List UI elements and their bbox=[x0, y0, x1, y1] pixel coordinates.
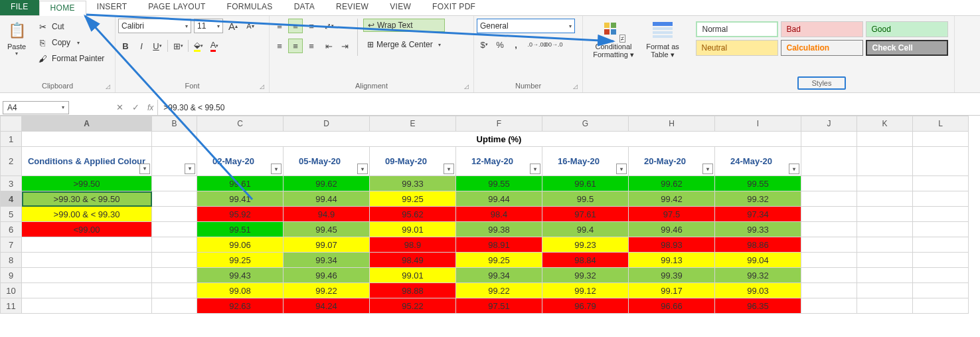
number-launcher-icon[interactable]: ◿ bbox=[572, 83, 578, 90]
filter-button[interactable]: ▾ bbox=[185, 164, 195, 174]
row-header-6[interactable]: 6 bbox=[1, 222, 22, 237]
style-neutral[interactable]: Neutral bbox=[696, 40, 778, 56]
align-right-button[interactable]: ≡ bbox=[304, 39, 319, 53]
row-header-3[interactable]: 3 bbox=[1, 176, 22, 191]
cell-D5[interactable]: 94.9 bbox=[284, 207, 370, 222]
cell-A9[interactable] bbox=[22, 268, 152, 283]
cell-I10[interactable]: 99.03 bbox=[715, 283, 801, 298]
cancel-formula-button[interactable]: ✕ bbox=[112, 102, 127, 112]
cell-L11[interactable] bbox=[913, 298, 969, 314]
cell-F6[interactable]: 99.38 bbox=[456, 222, 542, 237]
tab-page-layout[interactable]: PAGE LAYOUT bbox=[137, 0, 216, 15]
filter-button[interactable]: ▾ bbox=[357, 164, 368, 174]
col-header-B[interactable]: B bbox=[152, 116, 197, 132]
col-header-A[interactable]: A bbox=[22, 116, 152, 132]
cell-K4[interactable] bbox=[857, 191, 913, 207]
condition-3[interactable]: <99.00 bbox=[22, 222, 152, 237]
col-header-G[interactable]: G bbox=[542, 116, 629, 132]
row-header-4[interactable]: 4 bbox=[1, 191, 22, 207]
condition-1[interactable]: >99.30 & < 99.50 bbox=[22, 191, 152, 207]
cell-G7[interactable]: 99.23 bbox=[542, 237, 629, 253]
tab-home[interactable]: HOME bbox=[39, 1, 86, 16]
cell-H9[interactable]: 99.39 bbox=[629, 268, 715, 283]
accounting-button[interactable]: $▾ bbox=[477, 37, 491, 52]
filter-button[interactable]: ▾ bbox=[139, 164, 150, 174]
fill-color-button[interactable]: ⬙▾ bbox=[191, 39, 206, 53]
cell-G6[interactable]: 99.4 bbox=[542, 222, 629, 237]
cell-E6[interactable]: 99.01 bbox=[370, 222, 456, 237]
filter-button[interactable]: ▾ bbox=[789, 164, 799, 174]
cell-E3[interactable]: 99.33 bbox=[370, 176, 456, 191]
cell-F8[interactable]: 99.25 bbox=[456, 253, 542, 268]
font-color-button[interactable]: A▾ bbox=[207, 39, 222, 53]
cell-B1[interactable] bbox=[152, 132, 197, 147]
row-header-7[interactable]: 7 bbox=[1, 237, 22, 253]
row-header-5[interactable]: 5 bbox=[1, 207, 22, 222]
paste-button[interactable]: 📋 Paste ▾ bbox=[3, 19, 31, 58]
italic-button[interactable]: I bbox=[134, 39, 149, 53]
row-header-11[interactable]: 11 bbox=[1, 298, 22, 314]
copy-button[interactable]: ⎘Copy▾ bbox=[35, 36, 107, 49]
date-header-2[interactable]: 09-May-20▾ bbox=[370, 147, 456, 176]
cell-J3[interactable] bbox=[801, 176, 857, 191]
cell-I5[interactable]: 97.34 bbox=[715, 207, 801, 222]
style-bad[interactable]: Bad bbox=[781, 21, 863, 37]
cell-H7[interactable]: 98.93 bbox=[629, 237, 715, 253]
tab-insert[interactable]: INSERT bbox=[86, 0, 138, 15]
cell-E8[interactable]: 98.49 bbox=[370, 253, 456, 268]
row-header-10[interactable]: 10 bbox=[1, 283, 22, 298]
cell-B4[interactable] bbox=[152, 191, 197, 207]
cell-B7[interactable] bbox=[152, 237, 197, 253]
underline-button[interactable]: U▾ bbox=[150, 39, 165, 53]
cell-G5[interactable]: 97.61 bbox=[542, 207, 629, 222]
cell-L6[interactable] bbox=[913, 222, 969, 237]
cell-I4[interactable]: 99.32 bbox=[715, 191, 801, 207]
cell-I9[interactable]: 99.32 bbox=[715, 268, 801, 283]
orientation-button[interactable]: ⤢▾ bbox=[321, 19, 336, 33]
cell-C10[interactable]: 99.08 bbox=[197, 283, 284, 298]
style-calculation[interactable]: Calculation bbox=[781, 40, 863, 56]
cell-C9[interactable]: 99.43 bbox=[197, 268, 284, 283]
cell-B11[interactable] bbox=[152, 298, 197, 314]
cell-J10[interactable] bbox=[801, 283, 857, 298]
cell-C3[interactable]: 99.61 bbox=[197, 176, 284, 191]
row-header-1[interactable]: 1 bbox=[1, 132, 22, 147]
cell-J7[interactable] bbox=[801, 237, 857, 253]
cell-G8[interactable]: 98.84 bbox=[542, 253, 629, 268]
font-launcher-icon[interactable]: ◿ bbox=[258, 83, 265, 90]
cell-D3[interactable]: 99.62 bbox=[284, 176, 370, 191]
cell-H4[interactable]: 99.42 bbox=[629, 191, 715, 207]
cell-F11[interactable]: 97.51 bbox=[456, 298, 542, 314]
cell-A7[interactable] bbox=[22, 237, 152, 253]
cell-D10[interactable]: 99.22 bbox=[284, 283, 370, 298]
cell-E7[interactable]: 98.9 bbox=[370, 237, 456, 253]
cell-F5[interactable]: 98.4 bbox=[456, 207, 542, 222]
filter-button[interactable]: ▾ bbox=[444, 164, 454, 174]
increase-decimal-button[interactable]: .0→.00 bbox=[530, 37, 544, 52]
tab-foxit-pdf[interactable]: FOXIT PDF bbox=[422, 0, 486, 15]
cell-L4[interactable] bbox=[913, 191, 969, 207]
cell-A10[interactable] bbox=[22, 283, 152, 298]
cell-B8[interactable] bbox=[152, 253, 197, 268]
cell-J4[interactable] bbox=[801, 191, 857, 207]
cell-K3[interactable] bbox=[857, 176, 913, 191]
cell-F7[interactable]: 98.91 bbox=[456, 237, 542, 253]
tab-file[interactable]: FILE bbox=[0, 0, 39, 15]
date-header-4[interactable]: 16-May-20▾ bbox=[542, 147, 629, 176]
cell-J5[interactable] bbox=[801, 207, 857, 222]
cell-K6[interactable] bbox=[857, 222, 913, 237]
col-header-I[interactable]: I bbox=[715, 116, 801, 132]
cell-J2[interactable] bbox=[801, 147, 857, 176]
cell-E11[interactable]: 95.22 bbox=[370, 298, 456, 314]
row-header-8[interactable]: 8 bbox=[1, 253, 22, 268]
date-header-0[interactable]: 02-May-20▾ bbox=[197, 147, 284, 176]
cell-C7[interactable]: 99.06 bbox=[197, 237, 284, 253]
cell-E5[interactable]: 95.62 bbox=[370, 207, 456, 222]
formula-input[interactable]: >99.30 & < 99.50 bbox=[157, 100, 980, 115]
row-header-9[interactable]: 9 bbox=[1, 268, 22, 283]
cell-F9[interactable]: 99.34 bbox=[456, 268, 542, 283]
style-check-cell[interactable]: Check Cell bbox=[866, 40, 948, 56]
tab-view[interactable]: VIEW bbox=[379, 0, 422, 15]
cell-F4[interactable]: 99.44 bbox=[456, 191, 542, 207]
cell-J8[interactable] bbox=[801, 253, 857, 268]
